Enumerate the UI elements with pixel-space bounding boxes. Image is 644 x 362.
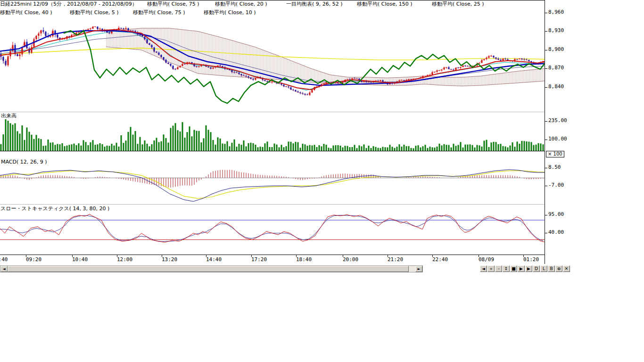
indicator-label-row2-2: 移動平均( Close, 75 ) xyxy=(133,10,185,16)
time-axis-label: 09:20 xyxy=(26,257,41,263)
toolbar-button-2[interactable]: － xyxy=(495,265,502,272)
indicator-label-row1-5: 移動平均( Close, 25 ) xyxy=(432,1,484,7)
trading-app-window: 日経225mini 12/09（5分，2012/08/07 - 2012/08/… xyxy=(0,0,644,362)
time-axis-label: 22:40 xyxy=(432,257,448,263)
toolbar-button-4[interactable]: ■ xyxy=(510,265,517,272)
scrollbar-thumb[interactable] xyxy=(8,266,409,272)
toolbar-button-9[interactable]: B xyxy=(548,265,555,272)
price-axis-label: 8,930 xyxy=(548,28,564,33)
time-axis-label: 14:40 xyxy=(206,257,222,263)
macd-panel-label: MACD( 12, 26, 9 ) xyxy=(1,159,47,165)
indicator-label-row1-3: 一目均衡表( 9, 26, 52 ) xyxy=(286,1,343,7)
stoch-axis-label: 95.00 xyxy=(548,212,564,217)
toolbar-button-7[interactable]: D xyxy=(533,265,540,272)
time-axis-label: 2:40 xyxy=(0,257,8,263)
time-axis-label: 18:40 xyxy=(296,257,312,263)
stoch-panel-label: スロー・ストキャスティクス( 14, 3, 80, 20 ) xyxy=(0,206,109,212)
toolbar-button-5[interactable]: ▶ xyxy=(518,265,525,272)
chart-mini-toolbar: ◄＋－↕■▶▶DLB⊕✕ xyxy=(480,265,570,272)
macd-axis-label: -7.00 xyxy=(548,182,564,188)
indicator-label-row2-3: 移動平均( Close, 10 ) xyxy=(204,10,256,16)
indicator-label-row1-1: 移動平均( Close, 75 ) xyxy=(147,1,199,7)
toolbar-button-3[interactable]: ↕ xyxy=(503,265,510,272)
volume-axis-label: 100.00 xyxy=(548,136,567,142)
indicator-label-row2-0: 移動平均( Close, 40 ) xyxy=(0,10,52,16)
price-axis-label: 8,870 xyxy=(548,65,564,71)
price-axis-label: 8,900 xyxy=(548,47,564,52)
time-axis-label: 17:20 xyxy=(251,257,267,263)
volume-axis-label: 235.00 xyxy=(548,118,567,123)
time-axis-label: 21:20 xyxy=(388,257,403,263)
time-axis-label: 10:40 xyxy=(72,257,88,263)
indicator-label-row1-4: 移動平均( Close, 150 ) xyxy=(357,1,413,7)
toolbar-button-1[interactable]: ＋ xyxy=(487,265,495,272)
toolbar-button-6[interactable]: ▶ xyxy=(525,265,532,272)
time-axis-label: 01:20 xyxy=(523,257,539,263)
scroll-left-button[interactable]: ◄ xyxy=(0,266,8,272)
time-axis-label: 20:00 xyxy=(343,257,358,263)
price-axis-label: 8,840 xyxy=(548,84,564,90)
time-axis-label: 13:20 xyxy=(162,257,177,263)
toolbar-button-11[interactable]: ✕ xyxy=(563,265,570,272)
horizontal-scrollbar[interactable]: ◄ ► xyxy=(0,265,423,272)
volume-multiplier-badge: × 100 xyxy=(546,151,564,157)
toolbar-button-10[interactable]: ⊕ xyxy=(555,265,562,272)
volume-panel-label: 出来高 xyxy=(1,113,17,119)
indicator-label-row2-1: 移動平均( Close, 5 ) xyxy=(70,10,119,16)
scroll-right-button[interactable]: ► xyxy=(415,266,422,272)
macd-axis-label: 8.50 xyxy=(548,165,561,170)
price-axis-label: 8,960 xyxy=(548,9,564,15)
toolbar-button-0[interactable]: ◄ xyxy=(480,265,487,272)
indicator-label-row1-2: 移動平均( Close, 20 ) xyxy=(215,1,267,7)
chart-canvas[interactable] xyxy=(0,0,644,265)
stoch-axis-label: 40.00 xyxy=(548,230,564,235)
time-axis-label: 08/09 xyxy=(479,257,494,263)
toolbar-button-8[interactable]: L xyxy=(540,265,547,272)
time-axis-label: 12:00 xyxy=(117,257,132,263)
indicator-label-row1-0: 日経225mini 12/09（5分，2012/08/07 - 2012/08/… xyxy=(0,1,137,7)
